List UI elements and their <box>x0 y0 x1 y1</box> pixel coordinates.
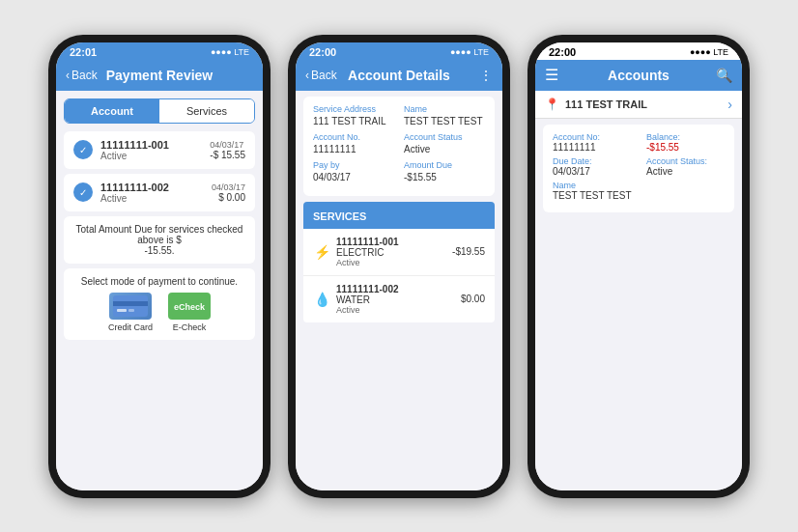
status-icons-1: ●●●● LTE <box>211 47 249 57</box>
header-2: ‹ Back Account Details ⋮ <box>296 60 502 91</box>
acct-due-date-value: 04/03/17 <box>553 166 631 177</box>
detail-row-3: Pay by 04/03/17 Amount Due -$15.55 <box>313 160 485 182</box>
content-1: Account Services ✓ 11111111-001 Active 0… <box>56 91 263 490</box>
credit-card-option[interactable]: Credit Card <box>108 293 153 332</box>
acct-detail-row-3: Name TEST TEST TEST <box>553 181 725 201</box>
svg-rect-3 <box>128 309 134 312</box>
account-number-1: 11111111-001 <box>100 139 202 151</box>
location-back-button[interactable]: › <box>727 97 732 112</box>
acct-name-section: Name TEST TEST TEST <box>553 181 725 201</box>
amount-due-col: Amount Due -$15.55 <box>404 160 485 182</box>
echeck-icon: eCheck <box>168 293 211 320</box>
credit-card-icon <box>109 293 152 320</box>
svg-rect-1 <box>113 301 148 306</box>
check-circle-2: ✓ <box>73 182 93 202</box>
service-num-1: 11111111-001 <box>336 237 446 247</box>
back-button-2[interactable]: ‹ Back <box>305 69 337 82</box>
account-date-1: 04/03/17 <box>210 140 245 150</box>
service-address-label: Service Address <box>313 104 394 114</box>
tab-account[interactable]: Account <box>65 99 159 123</box>
account-info-2: 11111111-002 Active <box>100 182 204 204</box>
tab-services[interactable]: Services <box>159 99 254 123</box>
service-type-1: ELECTRIC <box>336 247 446 258</box>
search-button[interactable]: 🔍 <box>716 68 732 83</box>
check-circle-1: ✓ <box>73 140 93 159</box>
service-amount-1: -$19.55 <box>452 246 485 257</box>
phones-container: 22:01 ●●●● LTE ‹ Back Payment Review Acc… <box>29 15 769 518</box>
echeck-option[interactable]: eCheck E-Check <box>168 293 211 332</box>
echeck-label: E-Check <box>173 322 207 332</box>
account-amount-1: -$ 15.55 <box>210 150 245 160</box>
location-pin-icon: 📍 <box>545 98 559 111</box>
tab-bar-1: Account Services <box>64 98 255 124</box>
pay-by-col: Pay by 04/03/17 <box>313 160 394 182</box>
account-right-2: 04/03/17 $ 0.00 <box>212 182 245 203</box>
header-title-3: Accounts <box>608 68 670 83</box>
acct-detail-row-1: Account No: 11111111 Balance: -$15.55 <box>553 132 725 153</box>
service-address-value: 111 TEST TRAIL <box>313 116 394 126</box>
account-status-1: Active <box>100 151 202 161</box>
account-amount-2: $ 0.00 <box>212 192 245 203</box>
status-time-1: 22:01 <box>70 46 97 58</box>
account-status-2: Active <box>100 193 204 204</box>
service-info-1: 11111111-001 ELECTRIC Active <box>336 237 446 267</box>
account-date-2: 04/03/17 <box>212 182 245 192</box>
name-value: TEST TEST TEST <box>404 116 485 126</box>
status-time-2: 22:00 <box>309 46 336 58</box>
service-status-2: Active <box>336 305 455 315</box>
service-item-1[interactable]: ⚡ 11111111-001 ELECTRIC Active -$19.55 <box>303 229 495 276</box>
acct-name-label: Name <box>553 181 725 190</box>
phone-3: 22:00 ●●●● LTE ☰ Accounts 🔍 📍 111 TEST T… <box>527 35 750 498</box>
account-status-label-2: Account Status <box>404 132 485 142</box>
chevron-left-icon-1: ‹ <box>66 69 70 82</box>
acct-balance-section: Balance: -$15.55 <box>646 132 725 153</box>
detail-row-1: Service Address 111 TEST TRAIL Name TEST… <box>313 104 485 126</box>
back-label-2: Back <box>311 69 337 82</box>
more-options-button[interactable]: ⋮ <box>479 68 493 83</box>
status-bar-2: 22:00 ●●●● LTE <box>296 42 502 60</box>
back-button-1[interactable]: ‹ Back <box>66 69 98 82</box>
signal-icon-3: ●●●● LTE <box>690 47 728 57</box>
credit-card-label: Credit Card <box>108 322 153 332</box>
water-icon: 💧 <box>313 292 330 307</box>
acct-no-label: Account No: <box>553 132 631 142</box>
account-right-1: 04/03/17 -$ 15.55 <box>210 140 245 160</box>
service-num-2: 11111111-002 <box>336 284 455 294</box>
pay-by-value: 04/03/17 <box>313 172 394 182</box>
content-2: Service Address 111 TEST TRAIL Name TEST… <box>296 91 502 490</box>
service-type-2: WATER <box>336 294 455 305</box>
service-amount-2: $0.00 <box>461 294 485 304</box>
service-item-2[interactable]: 💧 11111111-002 WATER Active $0.00 <box>303 276 495 322</box>
acct-balance-value: -$15.55 <box>646 142 725 153</box>
phone-1: 22:01 ●●●● LTE ‹ Back Payment Review Acc… <box>48 35 271 498</box>
service-info-2: 11111111-002 WATER Active <box>336 284 455 315</box>
svg-rect-2 <box>117 309 127 312</box>
acct-no-value: 11111111 <box>553 142 631 153</box>
status-icons-3: ●●●● LTE <box>690 47 728 57</box>
header-title-2: Account Details <box>348 68 450 83</box>
account-status-value-2: Active <box>404 144 485 154</box>
status-icons-2: ●●●● LTE <box>450 47 489 57</box>
header-3: ☰ Accounts 🔍 <box>535 60 742 91</box>
account-info-1: 11111111-001 Active <box>100 139 202 161</box>
menu-button[interactable]: ☰ <box>545 66 558 84</box>
account-item-2[interactable]: ✓ 11111111-002 Active 04/03/17 $ 0.00 <box>64 174 255 211</box>
acct-name-value: TEST TEST TEST <box>553 190 725 201</box>
phone-2: 22:00 ●●●● LTE ‹ Back Account Details ⋮ <box>288 35 510 498</box>
payment-options: Credit Card eCheck E-Check <box>73 293 245 332</box>
header-1: ‹ Back Payment Review <box>56 60 263 91</box>
detail-row-2: Account No. 11111111 Account Status Acti… <box>313 132 485 154</box>
account-details-card: Account No: 11111111 Balance: -$15.55 Du… <box>543 125 734 212</box>
acct-due-date-label: Due Date: <box>553 156 631 166</box>
acct-status-label: Account Status: <box>646 156 725 166</box>
acct-no-section: Account No: 11111111 <box>553 132 631 153</box>
pay-by-label: Pay by <box>313 160 394 170</box>
account-item-1[interactable]: ✓ 11111111-001 Active 04/03/17 -$ 15.55 <box>64 131 255 169</box>
status-bar-3: 22:00 ●●●● LTE <box>535 42 742 60</box>
header-title-1: Payment Review <box>106 68 214 83</box>
details-card: Service Address 111 TEST TRAIL Name TEST… <box>303 97 495 196</box>
services-header: SERVICES <box>303 202 495 229</box>
service-status-1: Active <box>336 258 446 267</box>
status-time-3: 22:00 <box>549 46 576 58</box>
service-address-col: Service Address 111 TEST TRAIL <box>313 104 394 126</box>
